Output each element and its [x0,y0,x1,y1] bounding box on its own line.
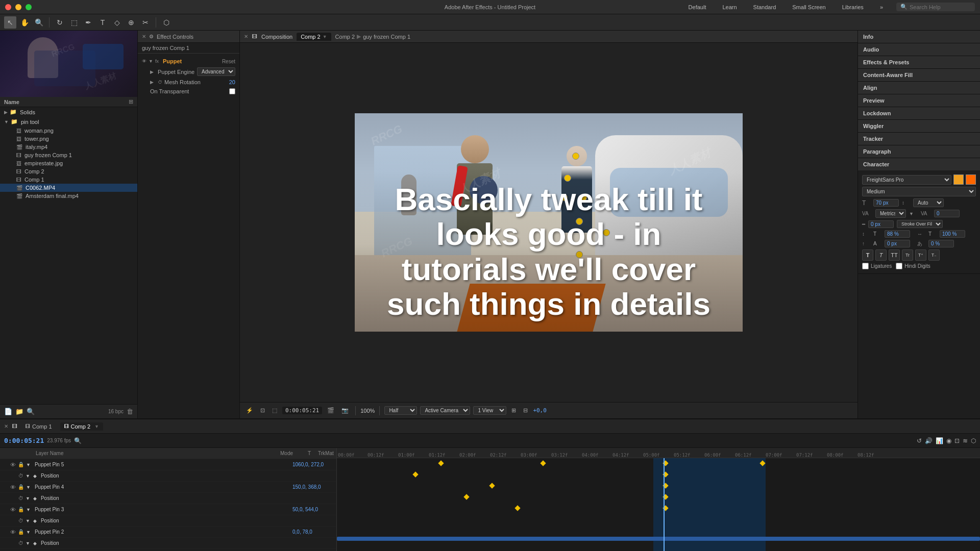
comp-tab-comp2[interactable]: Comp 2 ▼ [297,33,331,41]
font-family-select[interactable]: FreightSans Pro [862,175,951,185]
transport-motionblur-btn[interactable]: ≋ [963,437,968,444]
tsume-input[interactable] [928,240,954,247]
search-help-input[interactable] [910,4,971,10]
region-of-interest-btn[interactable]: ⬚ [270,406,279,415]
delete-button[interactable]: 🗑 [127,408,133,415]
style-smallcaps-btn[interactable]: Tr [902,249,913,261]
tl-stop-pos4[interactable]: ⏱ [18,495,23,501]
style-bold-btn[interactable]: T [862,249,873,261]
lockdown-section-header[interactable]: Lockdown [858,107,980,119]
puppet-engine-dropdown[interactable]: Advanced Legacy [197,67,235,76]
info-section-header[interactable]: Info [858,31,980,43]
comp-tab-menu[interactable]: ▼ [323,34,327,39]
folder-pin-tool[interactable]: ▼ 📁 pin tool [0,117,137,127]
vert-scale-input[interactable] [885,230,910,238]
breadcrumb-comp2[interactable]: Comp 2 [335,34,355,40]
font-size-input[interactable] [873,199,899,207]
scissors-tool[interactable]: ✂ [139,16,152,29]
close-button[interactable] [5,4,11,10]
file-empirestate[interactable]: 🖼 empirestate.jpg [0,159,137,167]
transport-solo-btn[interactable]: ◉ [946,437,951,444]
timeline-tab-comp2[interactable]: 🎞 Comp 2 ▼ [60,422,103,431]
resolution-btn[interactable]: ⊡ [258,406,267,415]
character-section-header[interactable]: Character [858,158,980,170]
tl-expand-pos3[interactable]: ▼ [26,518,30,523]
workspace-standard[interactable]: Standard [750,3,779,11]
tl-expand-pp5[interactable]: ▼ [26,462,31,467]
tl-lock-pp3[interactable]: 🔒 [18,507,24,512]
stroke-color-swatch[interactable] [966,174,976,185]
zoom-tool[interactable]: 🔍 [33,16,45,29]
always-preview-btn[interactable]: ⚡ [244,406,255,415]
wiggler-section-header[interactable]: Wiggler [858,120,980,132]
workspace-more[interactable]: » [877,3,886,11]
tl-expand-pos5[interactable]: ▼ [26,473,30,479]
stroke-width-input[interactable] [868,220,894,228]
view-count-dropdown[interactable]: 1 View 2 Views 4 Views [473,406,506,415]
search-button[interactable]: 🔍 [27,408,35,415]
effect-expand-arrow[interactable]: ▼ [149,59,153,64]
audio-section-header[interactable]: Audio [858,43,980,56]
folder-solids[interactable]: ▶ 📁 Solids [0,107,137,117]
tracking-input[interactable] [934,210,960,217]
file-comp2[interactable]: 🎞 Comp 2 [0,167,137,176]
horiz-scale-input[interactable] [940,230,965,238]
style-super-btn[interactable]: T⁺ [915,249,926,261]
tl-expand-pp2[interactable]: ▼ [26,530,31,535]
puppet-pin-1[interactable] [572,153,579,160]
minimize-button[interactable] [15,4,21,10]
timeline-timecode[interactable]: 0:00:05:21 [4,437,44,444]
tl-expand-pos4[interactable]: ▼ [26,496,30,501]
breadcrumb-guy-frozen[interactable]: guy frozen Comp 1 [363,34,410,40]
style-allcaps-btn[interactable]: TT [889,249,900,261]
add-folder-button[interactable]: ⊞ [129,98,133,105]
content-aware-header[interactable]: Content-Aware Fill [858,69,980,81]
tl-visibility-pp5[interactable]: 👁 [10,462,16,468]
transport-audio-btn[interactable]: 🔊 [925,437,933,444]
stroke-type-dropdown[interactable]: Stroke Over Fill Fill Over Stroke [897,220,943,228]
rectangle-tool[interactable]: ⬚ [68,16,80,29]
transport-wire-btn[interactable]: ⊡ [954,437,960,444]
new-item-button[interactable]: 📄 [4,408,12,415]
hand-tool[interactable]: ✋ [18,16,31,29]
puppet-tool[interactable]: ⬡ [160,16,173,29]
tl-visibility-pp3[interactable]: 👁 [10,507,16,513]
ligatures-checkbox[interactable] [862,263,869,269]
effects-presets-header[interactable]: Effects & Presets [858,56,980,68]
timeline-tab2-menu[interactable]: ▼ [94,424,99,429]
mesh-rotation-expand[interactable]: ▶ [150,80,154,85]
file-amsterdam[interactable]: 🎬 Amsterdam final.mp4 [0,192,137,200]
baseline-input[interactable] [885,240,910,247]
tl-expand-pp4[interactable]: ▼ [26,485,31,490]
tl-stop-pos3[interactable]: ⏱ [18,518,23,523]
transport-render-btn[interactable]: ⬡ [971,437,976,444]
file-tower-png[interactable]: 🖼 tower.png [0,135,137,143]
pen-tool[interactable]: ✒ [82,16,94,29]
guides-btn[interactable]: ⊟ [521,406,530,415]
tl-visibility-pp4[interactable]: 👁 [10,484,16,490]
timeline-close[interactable]: ✕ [4,423,8,429]
leading-dropdown[interactable]: Auto [913,198,944,207]
shape-tool[interactable]: ◇ [111,16,123,29]
puppet-reset-button[interactable]: Reset [222,59,235,64]
file-comp1[interactable]: 🎞 Comp 1 [0,176,137,184]
comp-close[interactable]: ✕ [244,34,248,39]
workspace-small-screen[interactable]: Small Screen [789,3,828,11]
workspace-learn[interactable]: Learn [719,3,740,11]
workspace-libraries[interactable]: Libraries [839,3,867,11]
rotation-tool[interactable]: ↻ [54,16,66,29]
file-c0062-mp4[interactable]: 🎬 C0062.MP4 [0,184,137,192]
tl-stop-pos5[interactable]: ⏱ [18,473,23,479]
file-guy-frozen-comp[interactable]: 🎞 guy frozen Comp 1 [0,151,137,159]
tl-expand-pp3[interactable]: ▼ [26,507,31,512]
effect-controls-close[interactable]: ✕ [142,34,146,39]
file-italy-mp4[interactable]: 🎬 italy.mp4 [0,143,137,151]
style-italic-btn[interactable]: T [875,249,887,261]
quality-dropdown[interactable]: Half Full Third Quarter [384,406,417,415]
paragraph-section-header[interactable]: Paragraph [858,145,980,158]
transport-chart-btn[interactable]: 📊 [936,437,943,444]
hindi-digits-checkbox[interactable] [896,263,902,269]
grid-btn[interactable]: ⊞ [509,406,518,415]
camera-btn[interactable]: 🎬 [325,406,336,415]
pin-tool[interactable]: ⊕ [125,16,137,29]
